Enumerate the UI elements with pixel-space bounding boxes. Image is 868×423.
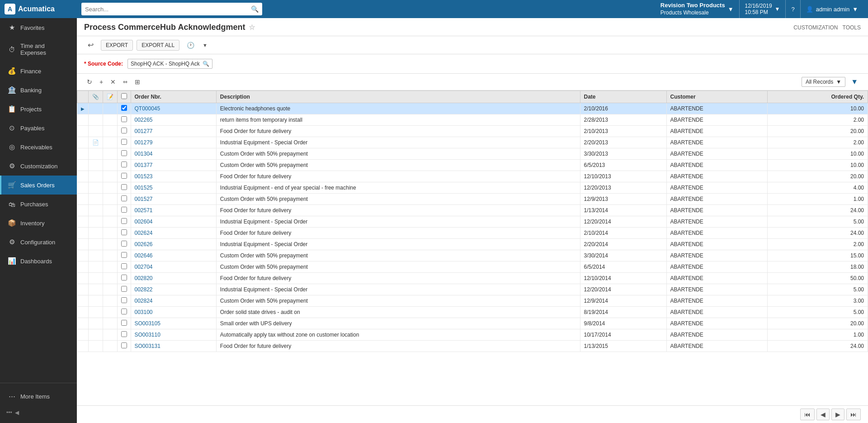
table-row[interactable]: 001527 Custom Order with 50% prepayment …: [77, 194, 868, 205]
table-row[interactable]: 002824 Custom Order with 50% prepayment …: [77, 295, 868, 307]
col-ordered-qty-header[interactable]: Ordered Qty.: [768, 91, 868, 103]
sidebar-item-favorites[interactable]: ★ Favorites: [0, 18, 77, 37]
table-row[interactable]: 002604 Industrial Equipment - Special Or…: [77, 216, 868, 228]
table-row[interactable]: 003100 Order solid state drives - audit …: [77, 307, 868, 318]
table-row[interactable]: 002646 Custom Order with 50% prepayment …: [77, 250, 868, 261]
row-checkbox-cell[interactable]: [117, 216, 131, 228]
order-nbr-cell[interactable]: 002624: [131, 228, 216, 239]
schedule-dropdown-button[interactable]: ▼: [199, 41, 211, 50]
back-button[interactable]: ↩: [84, 39, 97, 51]
order-nbr-cell[interactable]: SO003131: [131, 341, 216, 352]
grid-export-icon-button[interactable]: ⊞: [132, 77, 143, 87]
sidebar-item-banking[interactable]: 🏦 Banking: [0, 81, 77, 100]
row-checkbox[interactable]: [121, 252, 127, 258]
export-button[interactable]: EXPORT: [101, 40, 133, 51]
order-nbr-cell[interactable]: 002265: [131, 114, 216, 126]
next-page-button[interactable]: ▶: [831, 409, 844, 420]
table-row[interactable]: 001525 Industrial Equipment - end of yea…: [77, 182, 868, 194]
row-checkbox[interactable]: [121, 105, 127, 111]
export-all-button[interactable]: EXPORT ALL: [137, 40, 179, 51]
row-checkbox-cell[interactable]: [117, 250, 131, 261]
row-checkbox-cell[interactable]: [117, 239, 131, 250]
table-row[interactable]: 002822 Industrial Equipment - Special Or…: [77, 284, 868, 295]
filter-button[interactable]: ▼: [848, 76, 861, 87]
table-row[interactable]: 001304 Custom Order with 50% prepayment …: [77, 148, 868, 160]
row-checkbox-cell[interactable]: [117, 126, 131, 137]
row-checkbox-cell[interactable]: [117, 295, 131, 307]
grid-refresh-button[interactable]: ↻: [84, 77, 95, 87]
row-checkbox[interactable]: [121, 218, 127, 224]
sidebar-item-more-items[interactable]: ⋯ More Items: [0, 387, 77, 406]
sidebar-item-finance[interactable]: 💰 Finance: [0, 62, 77, 81]
search-bar[interactable]: 🔍: [81, 3, 262, 15]
col-description-header[interactable]: Description: [216, 91, 580, 103]
sidebar-item-projects[interactable]: 📋 Projects: [0, 100, 77, 119]
row-checkbox[interactable]: [121, 331, 127, 337]
sidebar-item-sales-orders[interactable]: 🛒 Sales Orders: [0, 176, 77, 195]
order-nbr-cell[interactable]: 001523: [131, 171, 216, 182]
row-checkbox[interactable]: [121, 229, 127, 235]
table-row[interactable]: SO003105 Small order with UPS delivery 9…: [77, 318, 868, 329]
row-checkbox-cell[interactable]: [117, 160, 131, 171]
prev-page-button[interactable]: ◀: [816, 409, 830, 420]
order-nbr-cell[interactable]: 001527: [131, 194, 216, 205]
order-nbr-cell[interactable]: 003100: [131, 307, 216, 318]
sidebar-item-time-expenses[interactable]: ⏱ Time and Expenses: [0, 37, 77, 62]
row-checkbox[interactable]: [121, 128, 127, 133]
datetime-selector[interactable]: 12/16/2019 10:58 PM ▼: [740, 0, 786, 18]
table-row[interactable]: ▶ QT000045 Electronic headphones quote 2…: [77, 103, 868, 114]
sidebar-item-purchases[interactable]: 🛍 Purchases: [0, 195, 77, 214]
order-nbr-cell[interactable]: QT000045: [131, 103, 216, 114]
sidebar-item-inventory[interactable]: 📦 Inventory: [0, 214, 77, 233]
row-checkbox[interactable]: [121, 241, 127, 247]
grid-add-button[interactable]: +: [97, 77, 106, 87]
row-checkbox-cell[interactable]: [117, 329, 131, 341]
search-icon[interactable]: 🔍: [251, 5, 259, 13]
favorite-star-icon[interactable]: ☆: [249, 23, 255, 32]
table-row[interactable]: 002626 Industrial Equipment - Special Or…: [77, 239, 868, 250]
sidebar-item-receivables[interactable]: ◎ Receivables: [0, 138, 77, 157]
row-checkbox-cell[interactable]: [117, 103, 131, 114]
tenant-selector[interactable]: Revision Two Products Products Wholesale…: [655, 0, 740, 18]
row-checkbox-cell[interactable]: [117, 261, 131, 273]
order-nbr-cell[interactable]: 002824: [131, 295, 216, 307]
row-checkbox-cell[interactable]: [117, 318, 131, 329]
grid-fit-button[interactable]: ⇔: [120, 77, 130, 86]
user-menu-button[interactable]: 👤 admin admin ▼: [801, 0, 863, 18]
order-nbr-cell[interactable]: 001304: [131, 148, 216, 160]
table-row[interactable]: 002265 return items from temporary insta…: [77, 114, 868, 126]
search-input[interactable]: [85, 6, 251, 13]
collapse-sidebar-button[interactable]: ◀: [15, 409, 19, 416]
row-checkbox[interactable]: [121, 173, 127, 179]
row-checkbox-cell[interactable]: [117, 148, 131, 160]
table-row[interactable]: 📄 001279 Industrial Equipment - Special …: [77, 137, 868, 148]
row-checkbox[interactable]: [121, 195, 127, 201]
row-checkbox-cell[interactable]: [117, 341, 131, 352]
order-nbr-cell[interactable]: SO003110: [131, 329, 216, 341]
row-checkbox[interactable]: [121, 184, 127, 190]
table-row[interactable]: SO003131 Food Order for future delivery …: [77, 341, 868, 352]
schedule-button[interactable]: 🕐: [183, 40, 198, 51]
row-checkbox-cell[interactable]: [117, 284, 131, 295]
col-customer-header[interactable]: Customer: [666, 91, 768, 103]
table-row[interactable]: 001523 Food Order for future delivery 12…: [77, 171, 868, 182]
first-page-button[interactable]: ⏮: [800, 409, 815, 420]
row-checkbox[interactable]: [121, 342, 127, 348]
row-checkbox[interactable]: [121, 275, 127, 280]
row-checkbox-cell[interactable]: [117, 205, 131, 216]
customization-link[interactable]: CUSTOMIZATION: [793, 24, 838, 31]
expand-cell[interactable]: ▶: [77, 103, 89, 114]
col-date-header[interactable]: Date: [580, 91, 666, 103]
table-row[interactable]: 002820 Food Order for future delivery 12…: [77, 273, 868, 284]
order-nbr-cell[interactable]: 001277: [131, 126, 216, 137]
row-checkbox-cell[interactable]: [117, 273, 131, 284]
order-nbr-cell[interactable]: 001279: [131, 137, 216, 148]
grid-delete-button[interactable]: ✕: [108, 77, 118, 87]
table-row[interactable]: 001277 Food Order for future delivery 2/…: [77, 126, 868, 137]
sidebar-item-configuration[interactable]: ⚙ Configuration: [0, 233, 77, 252]
row-checkbox[interactable]: [121, 150, 127, 156]
order-nbr-cell[interactable]: 002571: [131, 205, 216, 216]
row-checkbox[interactable]: [121, 207, 127, 213]
row-checkbox[interactable]: [121, 162, 127, 167]
sidebar-item-payables[interactable]: ⊙ Payables: [0, 119, 77, 138]
